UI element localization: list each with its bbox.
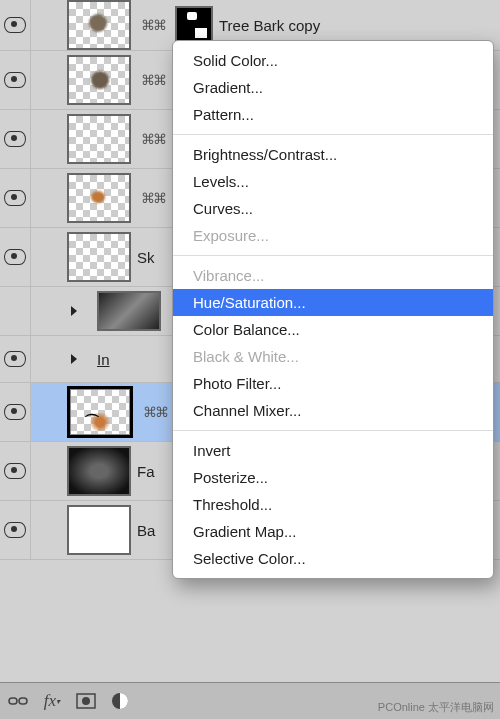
visibility-toggle[interactable] — [0, 383, 31, 441]
link-icon: ⌘⌘ — [141, 131, 165, 147]
expand-triangle-icon[interactable] — [71, 306, 77, 316]
visibility-toggle[interactable] — [0, 169, 31, 227]
layers-panel: ⌘⌘ Tree Bark copy ⌘⌘ ⌘⌘ ⌘⌘ Sk ⌘⌘ — [0, 0, 500, 719]
menu-item-photo-filter[interactable]: Photo Filter... — [173, 370, 493, 397]
link-layers-icon[interactable] — [6, 689, 30, 713]
layer-thumbnail[interactable] — [67, 232, 131, 282]
layer-name[interactable]: Ba — [137, 522, 155, 539]
menu-item-brightness-contrast[interactable]: Brightness/Contrast... — [173, 141, 493, 168]
eye-icon — [4, 404, 26, 420]
visibility-toggle[interactable] — [0, 442, 31, 500]
adjustment-layer-icon[interactable] — [108, 689, 132, 713]
layer-thumbnail[interactable] — [67, 114, 131, 164]
eye-icon — [4, 17, 26, 33]
menu-item-hue-saturation[interactable]: Hue/Saturation... — [173, 289, 493, 316]
fx-icon[interactable]: fx▾ — [40, 689, 64, 713]
link-icon: ⌘⌘ — [141, 190, 165, 206]
menu-item-gradient-map[interactable]: Gradient Map... — [173, 518, 493, 545]
visibility-toggle[interactable] — [0, 51, 31, 109]
svg-rect-0 — [9, 698, 17, 704]
link-icon: ⌘⌘ — [141, 72, 165, 88]
menu-separator — [173, 134, 493, 135]
adjustment-layer-menu: Solid Color... Gradient... Pattern... Br… — [172, 40, 494, 579]
eye-icon — [4, 351, 26, 367]
expand-triangle-icon[interactable] — [71, 354, 77, 364]
menu-item-pattern[interactable]: Pattern... — [173, 101, 493, 128]
eye-icon — [4, 190, 26, 206]
menu-item-black-white: Black & White... — [173, 343, 493, 370]
menu-separator — [173, 430, 493, 431]
adjustment-thumbnail[interactable] — [97, 291, 161, 331]
eye-icon — [4, 463, 26, 479]
menu-item-vibrance: Vibrance... — [173, 262, 493, 289]
mask-icon[interactable] — [74, 689, 98, 713]
eye-icon — [4, 522, 26, 538]
link-icon: ⌘⌘ — [143, 404, 167, 420]
visibility-toggle[interactable] — [0, 110, 31, 168]
menu-item-threshold[interactable]: Threshold... — [173, 491, 493, 518]
link-icon: ⌘⌘ — [141, 17, 165, 33]
eye-icon — [4, 72, 26, 88]
layer-thumbnail[interactable] — [67, 173, 131, 223]
layer-thumbnail[interactable]: ⌒ — [67, 386, 133, 438]
layer-name[interactable]: Fa — [137, 463, 155, 480]
menu-item-invert[interactable]: Invert — [173, 437, 493, 464]
menu-item-channel-mixer[interactable]: Channel Mixer... — [173, 397, 493, 424]
menu-item-curves[interactable]: Curves... — [173, 195, 493, 222]
menu-item-posterize[interactable]: Posterize... — [173, 464, 493, 491]
svg-point-3 — [82, 697, 90, 705]
menu-item-exposure: Exposure... — [173, 222, 493, 249]
eye-icon — [4, 249, 26, 265]
eye-icon — [4, 131, 26, 147]
visibility-toggle[interactable] — [0, 330, 31, 388]
layer-thumbnail[interactable] — [67, 0, 131, 50]
layer-name[interactable]: In — [97, 351, 110, 368]
layer-name[interactable]: Sk — [137, 249, 155, 266]
menu-item-color-balance[interactable]: Color Balance... — [173, 316, 493, 343]
svg-rect-1 — [19, 698, 27, 704]
visibility-toggle[interactable] — [0, 501, 31, 559]
menu-item-solid-color[interactable]: Solid Color... — [173, 47, 493, 74]
visibility-toggle[interactable] — [0, 0, 31, 54]
menu-item-levels[interactable]: Levels... — [173, 168, 493, 195]
layer-thumbnail[interactable] — [67, 446, 131, 496]
layer-name[interactable]: Tree Bark copy — [219, 17, 320, 34]
menu-item-selective-color[interactable]: Selective Color... — [173, 545, 493, 572]
visibility-toggle[interactable] — [0, 228, 31, 286]
watermark: PCOnline 太平洋电脑网 — [378, 700, 494, 715]
adjustment-thumbnail[interactable] — [175, 6, 213, 44]
menu-separator — [173, 255, 493, 256]
menu-item-gradient[interactable]: Gradient... — [173, 74, 493, 101]
layer-thumbnail[interactable] — [67, 505, 131, 555]
layer-thumbnail[interactable] — [67, 55, 131, 105]
